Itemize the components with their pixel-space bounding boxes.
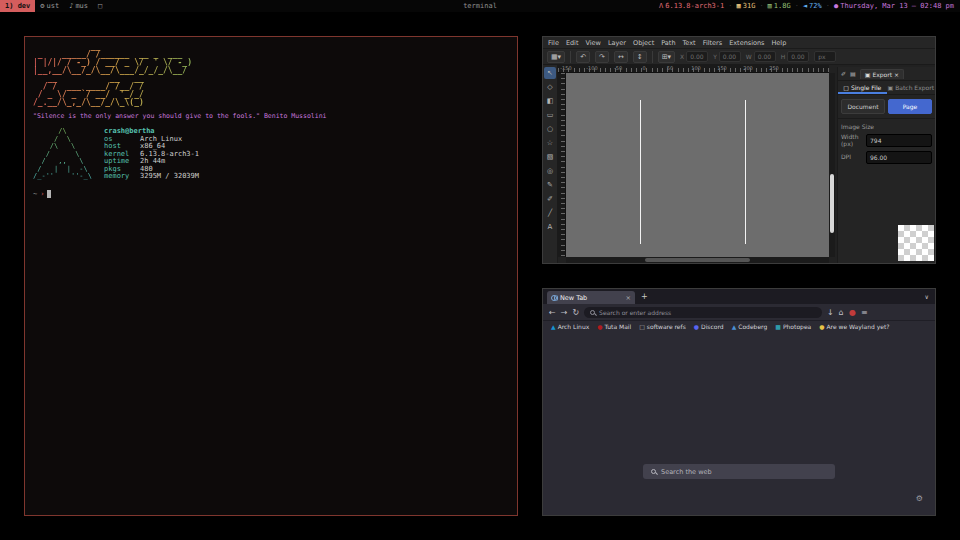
star-tool[interactable]: ☆ bbox=[544, 137, 556, 149]
box-3d-tool[interactable]: ▧ bbox=[544, 151, 556, 163]
ruler-ticks bbox=[558, 68, 829, 72]
canvas-vertical-scrollbar[interactable] bbox=[829, 73, 835, 257]
bookmark-photopea[interactable]: ■Photopea bbox=[775, 323, 811, 330]
forward-button[interactable]: → bbox=[561, 308, 568, 317]
pen-tool[interactable]: ✐ bbox=[544, 193, 556, 205]
menu-text[interactable]: Text bbox=[683, 39, 696, 47]
single-file-tab[interactable]: ▢ Single File bbox=[838, 81, 887, 94]
new-tab-button[interactable]: + bbox=[641, 292, 648, 301]
newtab-search-input[interactable]: Search the web bbox=[643, 464, 835, 479]
home-button[interactable]: ⌂ bbox=[839, 308, 844, 317]
close-icon[interactable]: × bbox=[894, 71, 899, 78]
height-field[interactable]: H0.00 bbox=[781, 51, 810, 62]
y-coordinate-field[interactable]: Y0.00 bbox=[713, 51, 741, 62]
export-dialog-tab[interactable]: ▣ Export × bbox=[860, 69, 904, 79]
inkscape-canvas[interactable] bbox=[566, 73, 829, 257]
ellipse-tool[interactable]: ○ bbox=[544, 123, 556, 135]
page-button[interactable]: Page bbox=[888, 99, 932, 114]
terminal-window[interactable]: __ _ _____/ /______ __ _ ___ | |/|/ / -_… bbox=[24, 36, 518, 516]
menu-help[interactable]: Help bbox=[771, 39, 786, 47]
y-value[interactable]: 0.00 bbox=[719, 51, 741, 62]
photopea-favicon: ■ bbox=[775, 323, 781, 330]
address-placeholder: Search or enter address bbox=[599, 309, 671, 316]
drawn-vertical-line[interactable] bbox=[640, 100, 641, 244]
bookmark-are-we-wayland-yet[interactable]: ●Are we Wayland yet? bbox=[819, 323, 889, 330]
h-value[interactable]: 0.00 bbox=[787, 51, 809, 62]
rotate-cw-button[interactable]: ↷ bbox=[595, 51, 609, 63]
close-tab-icon[interactable]: × bbox=[626, 294, 631, 302]
x-coordinate-field[interactable]: X0.00 bbox=[680, 51, 708, 62]
flip-horizontal-button[interactable]: ↔ bbox=[614, 51, 628, 63]
prompt-path: ~ bbox=[33, 190, 37, 198]
selector-tool[interactable]: ↖ bbox=[544, 67, 556, 79]
active-tab[interactable]: New Tab × bbox=[547, 291, 635, 304]
menu-button[interactable]: ≡ bbox=[861, 308, 868, 317]
rotate-ccw-button[interactable]: ↶ bbox=[576, 51, 590, 63]
batch-export-tab[interactable]: ▣ Batch Export bbox=[887, 81, 936, 94]
rectangle-tool[interactable]: ▭ bbox=[544, 109, 556, 121]
node-editor-tool[interactable]: ◇ bbox=[544, 81, 556, 93]
x-value[interactable]: 0.00 bbox=[686, 51, 708, 62]
pencil-tool[interactable]: ✎ bbox=[544, 179, 556, 191]
date-time: Thursday, Mar 13 — 02:48 pm bbox=[840, 2, 954, 10]
shell-prompt[interactable]: ~ › bbox=[33, 190, 509, 198]
gear-icon[interactable]: ⚙ bbox=[916, 494, 923, 503]
menu-filters[interactable]: Filters bbox=[703, 39, 722, 47]
scrollbar-thumb[interactable] bbox=[830, 174, 834, 233]
bookmark-arch-linux[interactable]: ▲Arch Linux bbox=[551, 323, 589, 330]
document-button[interactable]: Document bbox=[841, 99, 885, 114]
selection-options-button[interactable]: ▦▾ bbox=[547, 51, 565, 63]
bookmark-codeberg[interactable]: ▲Codeberg bbox=[732, 323, 768, 330]
export-preview-checkerboard bbox=[898, 225, 934, 261]
scrollbar-thumb[interactable] bbox=[645, 258, 750, 262]
single-file-label: Single File bbox=[851, 84, 881, 91]
tab-overflow-chevron-icon[interactable]: ∨ bbox=[925, 293, 929, 300]
workspace-ust[interactable]: ⚙ ust bbox=[35, 0, 64, 12]
toolbar-divider bbox=[570, 51, 571, 63]
workspace-mus[interactable]: ♪ mus bbox=[64, 0, 93, 12]
menu-layer[interactable]: Layer bbox=[608, 39, 626, 47]
memory-icon: ▥ bbox=[768, 2, 772, 10]
snap-options-button[interactable]: ⊞▾ bbox=[658, 51, 675, 63]
extension-icon[interactable]: ● bbox=[849, 308, 856, 317]
y-label: Y bbox=[713, 53, 717, 60]
menu-path[interactable]: Path bbox=[661, 39, 675, 47]
inkscape-menubar: File Edit View Layer Object Path Text Fi… bbox=[543, 37, 935, 48]
text-tool[interactable]: A bbox=[544, 221, 556, 233]
bookmark-discord[interactable]: ●Discord bbox=[694, 323, 724, 330]
bookmark-tuta-mail[interactable]: ●Tuta Mail bbox=[597, 323, 631, 330]
workspace-dev[interactable]: 1) dev bbox=[0, 0, 35, 12]
address-bar[interactable]: Search or enter address bbox=[584, 307, 822, 318]
spiral-tool[interactable]: ◎ bbox=[544, 165, 556, 177]
browser-window[interactable]: New Tab × + ∨ ← → ↻ Search or enter addr… bbox=[542, 288, 936, 516]
clock-module: ● Thursday, Mar 13 — 02:48 pm bbox=[834, 2, 954, 10]
export-mode-tabs: ▢ Single File ▣ Batch Export bbox=[838, 81, 935, 95]
export-width-input[interactable]: 794 bbox=[866, 134, 932, 147]
downloads-button[interactable]: ↓ bbox=[827, 308, 834, 317]
workspace-scratchpad[interactable]: □ bbox=[93, 0, 107, 12]
export-dpi-input[interactable]: 96.00 bbox=[866, 151, 932, 164]
canvas-horizontal-scrollbar[interactable] bbox=[566, 257, 829, 263]
menu-object[interactable]: Object bbox=[633, 39, 654, 47]
layers-dialog-icon[interactable]: ▤ bbox=[850, 70, 856, 77]
globe-icon bbox=[551, 295, 557, 301]
calligraphy-tool[interactable]: ╱ bbox=[544, 207, 556, 219]
units-dropdown[interactable]: px bbox=[814, 51, 836, 62]
menu-extensions[interactable]: Extensions bbox=[729, 39, 764, 47]
menu-file[interactable]: File bbox=[548, 39, 559, 47]
flip-vertical-button[interactable]: ↕ bbox=[633, 51, 647, 63]
reload-button[interactable]: ↻ bbox=[572, 308, 579, 317]
objects-dialog-icon[interactable]: ✐ bbox=[841, 70, 846, 77]
units-value[interactable]: px bbox=[814, 51, 836, 62]
width-field[interactable]: W0.00 bbox=[746, 51, 776, 62]
menu-view[interactable]: View bbox=[585, 39, 600, 47]
shape-builder-tool[interactable]: ◧ bbox=[544, 95, 556, 107]
box-icon: □ bbox=[98, 2, 102, 10]
inkscape-window[interactable]: File Edit View Layer Object Path Text Fi… bbox=[542, 36, 936, 264]
menu-edit[interactable]: Edit bbox=[566, 39, 579, 47]
volume-module[interactable]: ◄ 72% bbox=[803, 2, 822, 10]
w-value[interactable]: 0.00 bbox=[754, 51, 776, 62]
bookmark-software-refs[interactable]: □software refs bbox=[639, 323, 686, 330]
drawn-vertical-line[interactable] bbox=[745, 100, 746, 244]
back-button[interactable]: ← bbox=[549, 308, 556, 317]
